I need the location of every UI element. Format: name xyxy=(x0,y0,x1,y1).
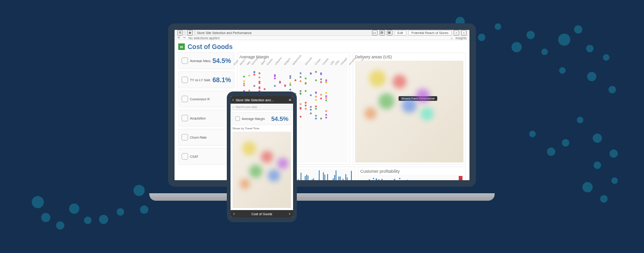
laptop-device: ⊞ ◉ Store Site Selection and Performance… xyxy=(168,23,476,201)
kpi-icon xyxy=(182,57,188,64)
phone-device: ‹ Store Site Selection and… ≡ ⌕ Search y… xyxy=(227,91,297,222)
kpi-card[interactable]: TY vs LY Sales68.1% xyxy=(178,71,234,88)
sheet-icon[interactable]: ▦ xyxy=(387,30,392,35)
next-icon[interactable]: › xyxy=(461,30,467,35)
delivery-map: Silvana Trans Dimensional xyxy=(355,61,463,162)
phone-header: ‹ Store Site Selection and… ≡ xyxy=(231,96,293,104)
laptop-base xyxy=(149,193,495,201)
prev-sheet-icon[interactable]: ‹ xyxy=(233,211,235,216)
kpi-label: Acquisition xyxy=(190,117,206,120)
kpi-card[interactable]: CSAT xyxy=(178,148,234,165)
kpi-label: Average Margin xyxy=(190,59,210,63)
kpi-label: Average Margin xyxy=(242,117,265,120)
phone-map-title: Shops by Travel Time xyxy=(232,127,291,130)
kpi-icon xyxy=(182,115,188,121)
chart-title: Customer profitability xyxy=(360,169,463,174)
kpi-icon xyxy=(235,116,240,121)
kpi-icon xyxy=(182,153,188,160)
footer-title: Cost of Goods xyxy=(252,212,273,216)
kpi-label: TY vs LY Sales xyxy=(190,78,210,82)
chart-icon: lıl xyxy=(178,43,185,50)
kpi-label: Conversion R xyxy=(190,98,210,101)
menu-icon[interactable]: ⊞ xyxy=(177,30,183,35)
prev-icon[interactable]: ‹ xyxy=(454,30,459,35)
search-icon: ⌕ xyxy=(232,105,234,108)
app-title: Store Site Selection and Performance xyxy=(197,31,252,35)
search-icon[interactable]: ⌕ xyxy=(451,36,453,40)
phone-app: ‹ Store Site Selection and… ≡ ⌕ Search y… xyxy=(231,96,293,218)
phone-kpi-card[interactable]: Average Margin 54.5% xyxy=(232,112,291,125)
edit-button[interactable]: Edit xyxy=(394,30,406,35)
chart-title: Delivery areas (US) xyxy=(355,55,463,59)
kpi-icon xyxy=(182,96,188,102)
insights-button[interactable]: Insights xyxy=(455,36,467,40)
back-icon[interactable]: ‹ xyxy=(232,98,234,102)
page-title: Cost of Goods xyxy=(188,43,232,50)
home-icon[interactable]: ◉ xyxy=(187,30,193,35)
app-toolbar: ⊞ ◉ Store Site Selection and Performance… xyxy=(175,30,469,36)
next-sheet-icon[interactable]: › xyxy=(289,211,290,216)
dashboard-app: ⊞ ◉ Store Site Selection and Performance… xyxy=(175,30,469,180)
potential-reach-button[interactable]: Potential Reach of Stores xyxy=(408,30,452,35)
kpi-list: Average Margin54.5%TY vs LY Sales68.1%Co… xyxy=(178,52,234,165)
phone-footer: ‹ Cost of Goods › xyxy=(231,210,293,218)
phone-map[interactable] xyxy=(232,132,291,208)
kpi-card[interactable]: Churn Rate xyxy=(178,129,234,146)
no-selections-label: No selections applied xyxy=(189,36,220,40)
selections-bar: ⟲ ↪ No selections applied ⌕ Insights xyxy=(175,36,469,40)
page-header: lıl Cost of Goods xyxy=(178,43,466,50)
kpi-label: Churn Rate xyxy=(190,136,207,139)
color-legend xyxy=(459,176,462,180)
delivery-map-panel[interactable]: Delivery areas (US) Silvana Trans Dimens… xyxy=(353,52,466,165)
kpi-value: 54.5% xyxy=(212,57,231,64)
kpi-icon xyxy=(182,77,188,83)
selection-back-icon[interactable]: ⟲ xyxy=(177,36,180,40)
kpi-icon xyxy=(182,134,188,141)
phone-search[interactable]: ⌕ Search your data xyxy=(231,104,293,110)
phone-title: Store Site Selection and… xyxy=(236,98,274,102)
bookmark-icon[interactable]: ▤ xyxy=(379,30,385,35)
device-icon[interactable]: ▭ xyxy=(372,30,378,35)
kpi-value: 68.1% xyxy=(212,76,231,84)
customer-profitability-panel[interactable]: Customer profitability xyxy=(358,167,466,180)
kpi-value: 54.5% xyxy=(271,115,288,122)
selection-fwd-icon[interactable]: ↪ xyxy=(183,36,186,40)
kpi-card[interactable]: Average Margin54.5% xyxy=(178,52,234,69)
hamburger-icon[interactable]: ≡ xyxy=(289,98,291,102)
search-placeholder: Search your data xyxy=(236,105,257,108)
kpi-card[interactable]: Conversion R xyxy=(178,91,234,107)
profitability-scatter xyxy=(360,175,463,180)
kpi-card[interactable]: Acquisition xyxy=(178,110,234,126)
kpi-label: CSAT xyxy=(190,155,198,158)
